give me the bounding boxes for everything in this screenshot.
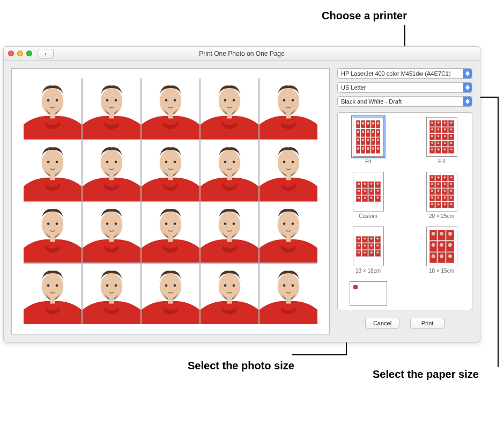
layout-option-custom[interactable]: Custom bbox=[347, 172, 390, 219]
select-arrows-icon bbox=[463, 69, 472, 78]
layout-thumb bbox=[350, 281, 387, 306]
svg-point-27 bbox=[47, 161, 50, 163]
svg-point-3 bbox=[56, 99, 58, 101]
layout-label: Fit bbox=[365, 158, 371, 164]
preview-photo bbox=[260, 202, 317, 262]
quality-select[interactable]: Black and White - Draft bbox=[337, 96, 472, 107]
svg-point-43 bbox=[233, 161, 235, 163]
svg-point-46 bbox=[278, 150, 300, 177]
layout-thumb bbox=[353, 172, 384, 212]
print-dialog-window: ‹ Print One Photo on One Page bbox=[3, 46, 480, 342]
svg-point-6 bbox=[101, 88, 123, 115]
close-icon[interactable] bbox=[8, 50, 14, 56]
preview-photo bbox=[24, 264, 81, 324]
svg-point-21 bbox=[278, 88, 300, 115]
svg-point-66 bbox=[219, 212, 241, 238]
select-arrows-icon bbox=[463, 97, 472, 106]
svg-point-63 bbox=[174, 222, 176, 225]
svg-point-51 bbox=[42, 212, 64, 238]
svg-point-36 bbox=[160, 150, 182, 177]
paper-size-select[interactable]: US Letter bbox=[337, 82, 472, 93]
printer-select[interactable]: HP LaserJet 400 color M451dw (A4E7C1) bbox=[337, 68, 472, 79]
svg-point-81 bbox=[101, 273, 123, 300]
print-button[interactable]: Print bbox=[410, 318, 444, 329]
svg-rect-19 bbox=[227, 112, 232, 118]
layout-option-13x18[interactable]: 13 × 18cm bbox=[347, 227, 390, 274]
svg-point-52 bbox=[47, 222, 50, 225]
svg-point-62 bbox=[165, 222, 168, 225]
layout-options-grid: FitFillCustom20 × 25cm13 × 18cm10 × 15cm bbox=[337, 112, 472, 310]
layout-label: 13 × 18cm bbox=[355, 268, 381, 274]
preview-photo bbox=[201, 140, 258, 201]
svg-point-1 bbox=[42, 88, 64, 115]
svg-point-78 bbox=[56, 284, 58, 287]
zoom-icon[interactable] bbox=[26, 50, 32, 56]
svg-rect-9 bbox=[109, 112, 114, 118]
dialog-button-row: Cancel Print bbox=[337, 318, 472, 329]
svg-rect-69 bbox=[227, 236, 232, 242]
annotation-choose-printer: Choose a printer bbox=[322, 10, 407, 22]
svg-point-12 bbox=[165, 99, 168, 101]
preview-photo bbox=[260, 78, 317, 139]
callout-line bbox=[498, 97, 499, 367]
svg-point-57 bbox=[106, 222, 109, 225]
svg-point-73 bbox=[292, 222, 294, 225]
svg-point-98 bbox=[292, 284, 294, 287]
svg-point-38 bbox=[174, 161, 176, 163]
svg-point-23 bbox=[292, 99, 294, 101]
paper-size-select-value: US Letter bbox=[341, 84, 366, 91]
svg-rect-74 bbox=[286, 236, 291, 242]
dialog-body: HP LaserJet 400 color M451dw (A4E7C1) US… bbox=[4, 61, 480, 342]
minimize-icon[interactable] bbox=[17, 50, 23, 56]
layout-option-fit[interactable]: Fit bbox=[347, 117, 390, 164]
svg-rect-59 bbox=[109, 236, 114, 242]
svg-point-92 bbox=[224, 284, 227, 287]
svg-rect-49 bbox=[286, 174, 291, 180]
layout-option-20x25[interactable]: 20 × 25cm bbox=[420, 172, 463, 219]
svg-point-76 bbox=[42, 273, 64, 300]
preview-photo bbox=[24, 140, 81, 201]
svg-point-96 bbox=[278, 273, 300, 300]
layout-option-single[interactable] bbox=[347, 281, 390, 308]
layout-thumb bbox=[426, 172, 457, 212]
preview-photo bbox=[24, 202, 81, 262]
svg-point-17 bbox=[224, 99, 227, 101]
svg-point-71 bbox=[278, 212, 300, 238]
svg-rect-4 bbox=[50, 112, 55, 118]
svg-rect-99 bbox=[286, 297, 291, 303]
svg-point-13 bbox=[174, 99, 176, 101]
svg-point-22 bbox=[283, 99, 286, 101]
svg-point-28 bbox=[56, 161, 58, 163]
svg-point-47 bbox=[283, 161, 286, 163]
svg-point-7 bbox=[106, 99, 109, 101]
layout-label: Fill bbox=[438, 158, 445, 164]
svg-point-41 bbox=[219, 150, 241, 177]
svg-point-26 bbox=[42, 150, 64, 177]
svg-point-82 bbox=[106, 284, 109, 287]
svg-point-93 bbox=[233, 284, 235, 287]
settings-panel: HP LaserJet 400 color M451dw (A4E7C1) US… bbox=[337, 68, 472, 334]
preview-photo bbox=[142, 202, 199, 262]
printer-select-value: HP LaserJet 400 color M451dw (A4E7C1) bbox=[341, 70, 451, 77]
svg-point-88 bbox=[174, 284, 176, 287]
svg-point-58 bbox=[115, 222, 117, 225]
preview-photo bbox=[83, 78, 140, 139]
svg-point-77 bbox=[47, 284, 50, 287]
layout-option-10x15[interactable]: 10 × 15cm bbox=[420, 227, 463, 274]
callout-line bbox=[292, 354, 346, 355]
layout-thumb bbox=[426, 117, 457, 157]
svg-rect-94 bbox=[227, 297, 232, 303]
svg-point-97 bbox=[283, 284, 286, 287]
layout-option-fill[interactable]: Fill bbox=[420, 117, 463, 164]
preview-photo bbox=[83, 202, 140, 262]
preview-photo bbox=[83, 140, 140, 201]
svg-point-18 bbox=[233, 99, 235, 101]
cancel-button[interactable]: Cancel bbox=[365, 318, 399, 329]
svg-point-11 bbox=[160, 88, 182, 115]
back-button[interactable]: ‹ bbox=[38, 49, 54, 59]
layout-thumb bbox=[426, 227, 457, 266]
svg-point-32 bbox=[106, 161, 109, 163]
svg-rect-89 bbox=[168, 297, 173, 303]
layout-thumb bbox=[353, 117, 384, 157]
svg-point-37 bbox=[165, 161, 168, 163]
